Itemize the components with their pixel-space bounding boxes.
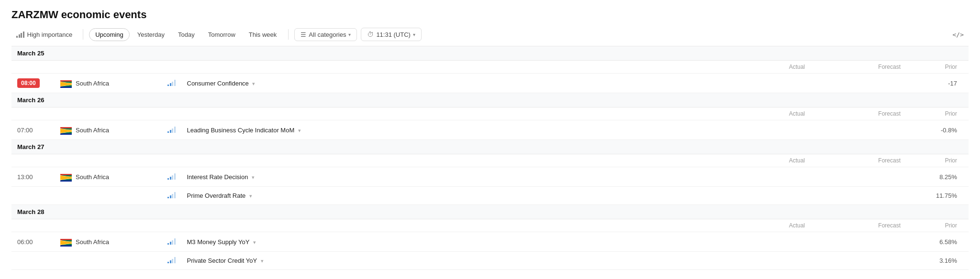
actual-cell	[715, 167, 811, 187]
tab-tomorrow[interactable]: Tomorrow	[202, 29, 241, 41]
time-cell: 06:00	[11, 232, 55, 252]
events-table: March 25 Actual Forecast Prior 08:00 Sou…	[11, 46, 969, 270]
expand-icon[interactable]: ▾	[253, 239, 256, 245]
table-row[interactable]: Prime Overdraft Rate ▾ 11.75%	[11, 187, 969, 205]
date-label: March 25	[11, 46, 969, 61]
event-name-cell[interactable]: Leading Business Cycle Indicator MoM ▾	[181, 120, 715, 140]
date-label: March 26	[11, 93, 969, 107]
country-name: South Africa	[76, 238, 109, 246]
country-flag	[60, 78, 72, 88]
country-cell: South Africa	[60, 237, 156, 247]
table-row[interactable]: 13:00 South Africa Interest Rate Decisio…	[11, 167, 969, 187]
country-cell-wrapper: South Africa	[55, 167, 162, 187]
svg-rect-30	[60, 180, 72, 182]
actual-header: Actual	[715, 107, 811, 120]
svg-rect-8	[60, 86, 72, 88]
event-header	[181, 219, 715, 232]
signal-icon	[167, 192, 176, 198]
prior-header: Prior	[906, 219, 969, 232]
country-cell: South Africa	[60, 172, 156, 182]
page-title: ZARZMW economic events	[11, 9, 969, 21]
event-name-cell[interactable]: Private Sector Credit YoY ▾	[181, 252, 715, 270]
svg-rect-29	[60, 174, 72, 175]
signal-header	[162, 154, 181, 167]
embed-button[interactable]: </>	[948, 29, 969, 41]
time-label: 11:31 (UTC)	[376, 31, 411, 38]
time-dropdown[interactable]: ⏱ 11:31 (UTC) ▾	[361, 28, 422, 41]
country-cell: South Africa	[60, 125, 156, 135]
forecast-header: Forecast	[811, 107, 906, 120]
event-name-cell[interactable]: Consumer Confidence ▾	[181, 74, 715, 93]
forecast-header: Forecast	[811, 219, 906, 232]
signal-header	[162, 107, 181, 120]
forecast-cell	[811, 252, 906, 270]
signal-cell	[162, 252, 181, 270]
forecast-cell	[811, 187, 906, 205]
actual-header: Actual	[715, 219, 811, 232]
prior-header: Prior	[906, 107, 969, 120]
clock-icon: ⏱	[367, 31, 374, 38]
expand-icon[interactable]: ▾	[252, 174, 255, 180]
country-header	[55, 61, 162, 74]
table-row[interactable]: 08:00 South Africa Consumer Confidence ▾…	[11, 74, 969, 93]
event-name-cell[interactable]: M3 Money Supply YoY ▾	[181, 232, 715, 252]
country-cell-wrapper: South Africa	[55, 74, 162, 93]
time-cell: 07:00	[11, 120, 55, 140]
event-time: 07:00	[17, 127, 33, 134]
forecast-cell	[811, 167, 906, 187]
forecast-cell	[811, 232, 906, 252]
expand-icon[interactable]: ▾	[261, 258, 264, 264]
column-header-row: Actual Forecast Prior	[11, 107, 969, 120]
prior-cell: 3.16%	[906, 252, 969, 270]
actual-cell	[715, 74, 811, 93]
date-label: March 28	[11, 205, 969, 219]
expand-icon[interactable]: ▾	[252, 81, 255, 86]
column-header-row: Actual Forecast Prior	[11, 61, 969, 74]
signal-cell	[162, 74, 181, 93]
forecast-header: Forecast	[811, 154, 906, 167]
country-name: South Africa	[76, 127, 109, 134]
actual-header: Actual	[715, 154, 811, 167]
country-header	[55, 107, 162, 120]
categories-chevron-icon: ▾	[348, 32, 351, 37]
actual-cell	[715, 120, 811, 140]
signal-icon	[167, 238, 176, 245]
prior-cell: 11.75%	[906, 187, 969, 205]
signal-icon	[167, 126, 176, 133]
high-importance-button[interactable]: High importance	[11, 29, 77, 41]
event-name-cell[interactable]: Prime Overdraft Rate ▾	[181, 187, 715, 205]
country-cell-wrapper: South Africa	[55, 120, 162, 140]
table-row[interactable]: 07:00 South Africa Leading Business Cycl…	[11, 120, 969, 140]
event-header	[181, 107, 715, 120]
country-flag	[60, 237, 72, 247]
categories-dropdown[interactable]: ☰ All categories ▾	[294, 28, 357, 41]
prior-header: Prior	[906, 154, 969, 167]
categories-label: All categories	[309, 31, 346, 38]
event-name: Prime Overdraft Rate	[187, 192, 246, 199]
table-row[interactable]: 06:00 South Africa M3 Money Supply YoY ▾…	[11, 232, 969, 252]
date-section-row: March 26	[11, 93, 969, 107]
expand-icon[interactable]: ▾	[249, 193, 252, 199]
date-label: March 27	[11, 140, 969, 154]
event-name-cell[interactable]: Interest Rate Decision ▾	[181, 167, 715, 187]
table-row[interactable]: Private Sector Credit YoY ▾ 3.16%	[11, 252, 969, 270]
tab-upcoming[interactable]: Upcoming	[89, 28, 130, 41]
event-time: 13:00	[17, 173, 33, 181]
time-chevron-icon: ▾	[413, 32, 415, 37]
tab-yesterday[interactable]: Yesterday	[132, 29, 170, 41]
tab-this-week[interactable]: This week	[243, 29, 283, 41]
actual-cell	[715, 252, 811, 270]
country-cell-wrapper: South Africa	[55, 232, 162, 252]
time-header	[11, 219, 55, 232]
signal-cell	[162, 232, 181, 252]
event-time: 06:00	[17, 238, 33, 246]
time-header	[11, 107, 55, 120]
country-header	[55, 154, 162, 167]
svg-rect-19	[60, 133, 72, 135]
column-header-row: Actual Forecast Prior	[11, 219, 969, 232]
time-cell	[11, 187, 55, 205]
expand-icon[interactable]: ▾	[298, 128, 301, 133]
tab-today[interactable]: Today	[172, 29, 200, 41]
time-cell	[11, 252, 55, 270]
signal-icon	[167, 173, 176, 180]
